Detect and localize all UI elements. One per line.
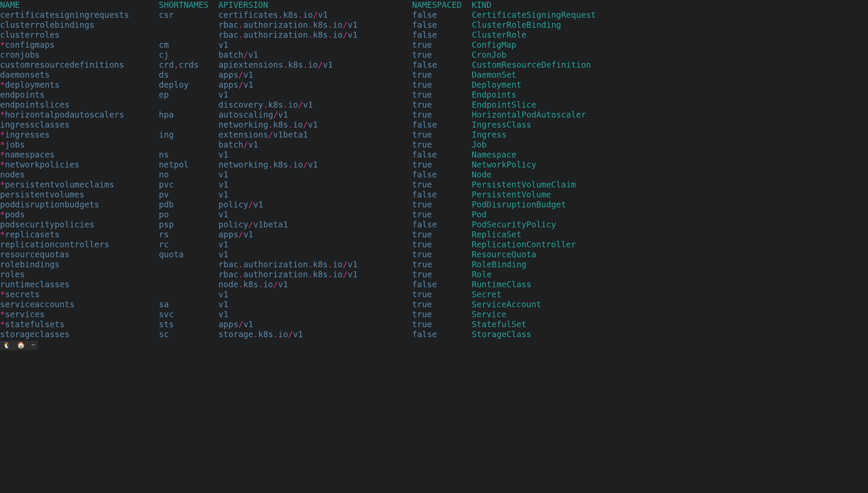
- table-row: resourcequotas quota v1 true ResourceQuo…: [0, 250, 536, 259]
- table-row: storageclasses sc storage.k8s.io/v1 fals…: [0, 329, 531, 339]
- cwd-tilde: ~: [31, 340, 35, 350]
- table-row: endpoints ep v1 true Endpoints: [0, 90, 516, 99]
- table-row: *namespaces ns v1 false Namespace: [0, 150, 516, 159]
- table-row: nodes no v1 false Node: [0, 170, 492, 179]
- table-row: *jobs batch/v1 true Job: [0, 140, 487, 149]
- table-row: roles rbac.authorization.k8s.io/v1 true …: [0, 270, 492, 279]
- terminal-output: NAME SHORTNAMES APIVERSION NAMESPACED KI…: [0, 0, 868, 339]
- table-row: ingressclasses networking.k8s.io/v1 fals…: [0, 120, 531, 129]
- table-row: *secrets v1 true Secret: [0, 289, 501, 299]
- table-row: *configmaps cm v1 true ConfigMap: [0, 40, 516, 49]
- table-row: serviceaccounts sa v1 true ServiceAccoun…: [0, 299, 541, 309]
- home-icon: 🏠: [17, 340, 25, 350]
- table-row: *services svc v1 true Service: [0, 309, 506, 319]
- table-row: podsecuritypolicies psp policy/v1beta1 f…: [0, 220, 556, 229]
- table-row: daemonsets ds apps/v1 true DaemonSet: [0, 70, 516, 79]
- status-bar: 🐧 🏠 ~: [0, 341, 38, 350]
- table-row: *replicasets rs apps/v1 true ReplicaSet: [0, 230, 521, 239]
- table-row: *statefulsets sts apps/v1 true StatefulS…: [0, 319, 526, 329]
- table-row: endpointslices discovery.k8s.io/v1 true …: [0, 100, 536, 109]
- table-row: runtimeclasses node.k8s.io/v1 false Runt…: [0, 279, 531, 289]
- table-row: clusterroles rbac.authorization.k8s.io/v…: [0, 30, 526, 39]
- table-row: persistentvolumes pv v1 false Persistent…: [0, 190, 551, 199]
- table-row: *horizontalpodautoscalers hpa autoscalin…: [0, 110, 586, 119]
- table-row: cronjobs cj batch/v1 true CronJob: [0, 50, 506, 59]
- table-row: *ingresses ing extensions/v1beta1 true I…: [0, 130, 506, 139]
- table-row: *deployments deploy apps/v1 true Deploym…: [0, 80, 521, 89]
- table-row: *pods po v1 true Pod: [0, 210, 487, 219]
- table-row: *networkpolicies netpol networking.k8s.i…: [0, 160, 536, 169]
- table-row: poddisruptionbudgets pdb policy/v1 true …: [0, 200, 566, 209]
- table-row: *persistentvolumeclaims pvc v1 true Pers…: [0, 180, 576, 189]
- table-row: customresourcedefinitions crd,crds apiex…: [0, 60, 591, 69]
- table-row: clusterrolebindings rbac.authorization.k…: [0, 20, 561, 30]
- tux-icon: 🐧: [3, 340, 11, 350]
- table-row: certificatesigningrequests csr certifica…: [0, 10, 596, 20]
- table-row: replicationcontrollers rc v1 true Replic…: [0, 240, 576, 249]
- table-header: NAME SHORTNAMES APIVERSION NAMESPACED KI…: [0, 0, 491, 10]
- table-row: rolebindings rbac.authorization.k8s.io/v…: [0, 260, 526, 269]
